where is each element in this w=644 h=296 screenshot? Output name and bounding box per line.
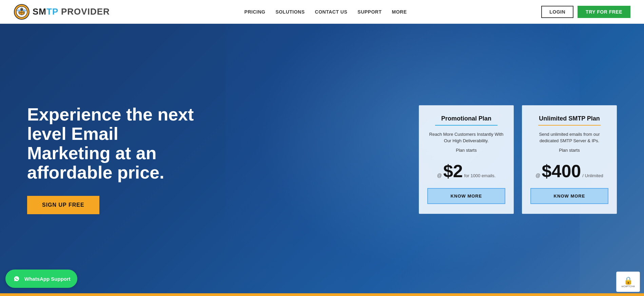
unlimited-card-price-row: @ $400 / Unlimited [535, 161, 603, 181]
svg-point-8 [17, 10, 21, 12]
unlimited-price-unit: / Unlimited [582, 173, 603, 178]
whatsapp-icon [12, 274, 21, 283]
unlimited-know-more-button[interactable]: KNOW MORE [530, 188, 608, 204]
unlimited-card-desc: Send unlimited emails from our dedicated… [530, 131, 608, 144]
unlimited-card-plan-starts: Plan starts [559, 147, 580, 154]
nav-actions: LOGIN TRY FOR FREE [541, 6, 630, 18]
nav-contact[interactable]: CONTACT US [315, 9, 348, 15]
promo-card-desc: Reach More Customers Instantly With Our … [427, 131, 505, 144]
promo-price-at: @ [437, 173, 442, 178]
nav-pricing[interactable]: PRICING [245, 9, 266, 15]
svg-point-11 [21, 8, 22, 9]
unlimited-card: Unlimited SMTP Plan Send unlimited email… [522, 105, 617, 214]
logo-icon [14, 4, 30, 20]
promo-card-title: Promotional Plan [441, 115, 491, 122]
promo-card-price-row: @ $2 for 1000 emails. [437, 161, 496, 181]
main-nav: PRICING SOLUTIONS CONTACT US SUPPORT MOR… [245, 9, 407, 15]
logo-text: SMTP PROVIDER [33, 6, 110, 17]
svg-point-12 [22, 8, 23, 9]
promo-know-more-button[interactable]: KNOW MORE [427, 188, 505, 204]
whatsapp-label: WhatsApp Support [24, 276, 71, 282]
logo[interactable]: SMTP PROVIDER [14, 4, 110, 20]
pricing-cards: Promotional Plan Reach More Customers In… [419, 105, 617, 214]
promo-price-dollar: $2 [443, 161, 463, 181]
yellow-bar [0, 293, 644, 295]
svg-point-10 [20, 8, 23, 11]
promo-price-unit: for 1000 emails. [464, 173, 496, 178]
unlimited-card-divider [538, 125, 601, 126]
recaptcha-icon: 🔒 [624, 276, 633, 285]
site-header: SMTP PROVIDER PRICING SOLUTIONS CONTACT … [0, 0, 644, 24]
unlimited-price-at: @ [535, 173, 540, 178]
try-free-button[interactable]: TRY FOR FREE [578, 6, 630, 18]
signup-button[interactable]: SIGN UP FREE [27, 196, 99, 214]
hero-headline: Experience the next level Email Marketin… [27, 105, 197, 183]
nav-more[interactable]: MORE [392, 9, 407, 15]
promo-card: Promotional Plan Reach More Customers In… [419, 105, 514, 214]
unlimited-card-title: Unlimited SMTP Plan [539, 115, 600, 122]
promo-card-plan-starts: Plan starts [456, 147, 476, 154]
hero-left: Experience the next level Email Marketin… [27, 105, 197, 215]
unlimited-price-dollar: $400 [542, 161, 581, 181]
recaptcha-text: reCAPTCHA [621, 285, 635, 288]
whatsapp-support-button[interactable]: WhatsApp Support [5, 270, 77, 288]
promo-card-divider [435, 125, 497, 126]
login-button[interactable]: LOGIN [541, 6, 573, 18]
nav-support[interactable]: SUPPORT [357, 9, 382, 15]
svg-point-9 [22, 10, 26, 12]
hero-section: Experience the next level Email Marketin… [0, 24, 644, 295]
recaptcha-badge: 🔒 reCAPTCHA [616, 272, 640, 292]
nav-solutions[interactable]: SOLUTIONS [275, 9, 305, 15]
